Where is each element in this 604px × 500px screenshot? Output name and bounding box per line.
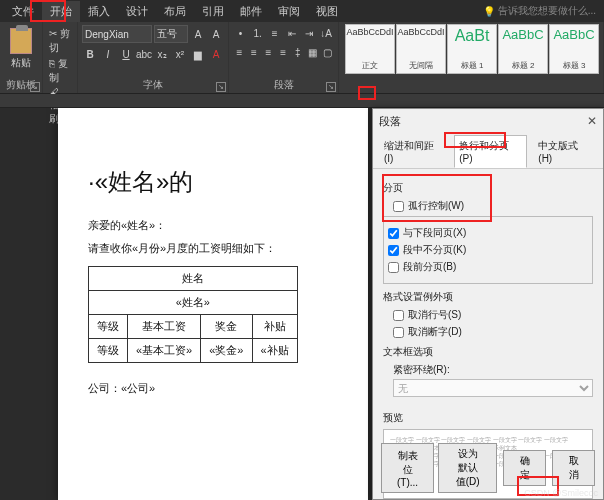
line-spacing-icon[interactable]: ‡ <box>291 44 304 60</box>
doc-title: ·«姓名»的 <box>88 166 338 198</box>
indent-inc-icon[interactable]: ⇥ <box>301 25 316 41</box>
menu-mailings[interactable]: 邮件 <box>232 1 270 22</box>
menu-design[interactable]: 设计 <box>118 1 156 22</box>
doc-line1: 请查收你«月份»月度的工资明细如下： <box>88 241 338 256</box>
table-header-name: 姓名 <box>89 267 298 291</box>
menu-bar: 文件 开始 插入 设计 布局 引用 邮件 审阅 视图 💡告诉我您想要做什么... <box>0 0 604 22</box>
tightwrap-label: 紧密环绕(R): <box>393 363 593 377</box>
font-family-select[interactable] <box>82 25 152 43</box>
val-3: «补贴 <box>252 339 297 363</box>
doc-table: 姓名 «姓名» 等级 基本工资 奖金 补贴 等级 «基本工资» «奖金» «补贴 <box>88 266 298 363</box>
shrink-font-icon[interactable]: A <box>208 26 224 42</box>
ribbon-group-paragraph: • 1. ≡ ⇤ ⇥ ↓A ≡ ≡ ≡ ≡ ‡ ▦ ▢ 段落 ↘ <box>229 22 339 93</box>
set-default-button[interactable]: 设为默认值(D) <box>438 443 497 493</box>
style-h1[interactable]: AaBt标题 1 <box>447 24 497 74</box>
group-label-font: 字体 <box>78 78 228 92</box>
section-format-exc: 格式设置例外项 <box>383 290 593 304</box>
dialog-tabs: 缩进和间距(I) 换行和分页(P) 中文版式(H) <box>373 133 603 169</box>
framed-keep-options: 与下段同页(X) 段中不分页(K) 段前分页(B) <box>383 216 593 284</box>
doc-company: 公司：«公司» <box>88 381 338 396</box>
font-size-select[interactable] <box>154 25 188 43</box>
tightwrap-select[interactable]: 无 <box>393 379 593 397</box>
grow-font-icon[interactable]: A <box>190 26 206 42</box>
menu-view[interactable]: 视图 <box>308 1 346 22</box>
style-h2[interactable]: AaBbC标题 2 <box>498 24 548 74</box>
close-icon[interactable]: ✕ <box>587 114 597 128</box>
cb-keep-with-next[interactable]: 与下段同页(X) <box>388 226 588 240</box>
col-2: 奖金 <box>201 315 252 339</box>
align-justify-icon[interactable]: ≡ <box>277 44 290 60</box>
cb-keep-lines-together[interactable]: 段中不分页(K) <box>388 243 588 257</box>
paste-button[interactable]: 粘贴 <box>4 24 38 74</box>
lightbulb-icon: 💡 <box>483 6 495 17</box>
style-h3[interactable]: AaBbC标题 3 <box>549 24 599 74</box>
scissors-icon: ✂ <box>49 28 57 39</box>
menu-references[interactable]: 引用 <box>194 1 232 22</box>
tab-line-page-breaks[interactable]: 换行和分页(P) <box>454 135 527 168</box>
ribbon-group-font: A A B I U abc x₂ x² ▆ A 字体 ↘ <box>78 22 229 93</box>
menu-review[interactable]: 审阅 <box>270 1 308 22</box>
col-1: 基本工资 <box>128 315 201 339</box>
strike-icon[interactable]: abc <box>136 46 152 62</box>
menu-file[interactable]: 文件 <box>4 1 42 22</box>
ok-button[interactable]: 确定 <box>503 450 546 486</box>
paragraph-dialog: 段落 ✕ 缩进和间距(I) 换行和分页(P) 中文版式(H) 分页 孤行控制(W… <box>372 108 604 500</box>
superscript-icon[interactable]: x² <box>172 46 188 62</box>
bullets-icon[interactable]: • <box>233 25 248 41</box>
subscript-icon[interactable]: x₂ <box>154 46 170 62</box>
style-normal[interactable]: AaBbCcDdI正文 <box>345 24 395 74</box>
ribbon-group-styles: AaBbCcDdI正文 AaBbCcDdI无间隔 AaBt标题 1 AaBbC标… <box>339 22 604 93</box>
tell-me-search[interactable]: 💡告诉我您想要做什么... <box>483 4 604 18</box>
styles-gallery: AaBbCcDdI正文 AaBbCcDdI无间隔 AaBt标题 1 AaBbC标… <box>345 24 599 74</box>
tab-asian[interactable]: 中文版式(H) <box>533 135 597 168</box>
tab-indent-spacing[interactable]: 缩进和间距(I) <box>379 135 448 168</box>
cb-no-hyphen[interactable]: 取消断字(D) <box>393 325 593 339</box>
section-preview: 预览 <box>383 411 593 425</box>
clipboard-icon <box>10 28 32 54</box>
col-3: 补贴 <box>252 315 297 339</box>
copy-icon: ⎘ <box>49 58 55 69</box>
col-0: 等级 <box>89 315 128 339</box>
val-2: «奖金» <box>201 339 252 363</box>
paragraph-dialog-launcher[interactable]: ↘ <box>326 82 336 92</box>
section-pagination: 分页 <box>383 181 593 195</box>
document-page: ·«姓名»的 亲爱的«姓名»： 请查收你«月份»月度的工资明细如下： 姓名 «姓… <box>58 108 368 500</box>
cb-widow-control[interactable]: 孤行控制(W) <box>393 199 593 213</box>
cb-page-break-before[interactable]: 段前分页(B) <box>388 260 588 274</box>
menu-layout[interactable]: 布局 <box>156 1 194 22</box>
align-left-icon[interactable]: ≡ <box>233 44 246 60</box>
italic-icon[interactable]: I <box>100 46 116 62</box>
font-color-icon[interactable]: A <box>208 46 224 62</box>
dialog-button-row: 制表位(T)... 设为默认值(D) 确定 取消 <box>381 443 595 493</box>
highlight-icon[interactable]: ▆ <box>190 46 206 62</box>
sort-icon[interactable]: ↓A <box>318 25 334 41</box>
cut-button[interactable]: ✂ 剪切 <box>47 26 73 56</box>
borders-icon[interactable]: ▢ <box>321 44 334 60</box>
multilevel-icon[interactable]: ≡ <box>267 25 282 41</box>
table-name-val: «姓名» <box>89 291 298 315</box>
shading-icon[interactable]: ▦ <box>306 44 319 60</box>
bold-icon[interactable]: B <box>82 46 98 62</box>
tabs-button[interactable]: 制表位(T)... <box>381 443 434 493</box>
menu-insert[interactable]: 插入 <box>80 1 118 22</box>
indent-dec-icon[interactable]: ⇤ <box>284 25 299 41</box>
menu-home[interactable]: 开始 <box>42 1 80 22</box>
cancel-button[interactable]: 取消 <box>552 450 595 486</box>
dialog-title: 段落 <box>379 114 401 129</box>
align-center-icon[interactable]: ≡ <box>248 44 261 60</box>
font-dialog-launcher[interactable]: ↘ <box>216 82 226 92</box>
cb-no-line-number[interactable]: 取消行号(S) <box>393 308 593 322</box>
clipboard-dialog-launcher[interactable]: ↘ <box>30 82 40 92</box>
ribbon-group-clipboard: 粘贴 剪贴板 ↘ <box>0 22 43 93</box>
val-1: «基本工资» <box>128 339 201 363</box>
val-0: 等级 <box>89 339 128 363</box>
underline-icon[interactable]: U <box>118 46 134 62</box>
align-right-icon[interactable]: ≡ <box>262 44 275 60</box>
numbering-icon[interactable]: 1. <box>250 25 265 41</box>
style-nospace[interactable]: AaBbCcDdI无间隔 <box>396 24 446 74</box>
ribbon-group-clipboard-extra: ✂ 剪切 ⎘ 复制 🖌 格式刷 <box>43 22 78 93</box>
dialog-titlebar: 段落 ✕ <box>373 109 603 133</box>
group-label-paragraph: 段落 <box>229 78 338 92</box>
copy-button[interactable]: ⎘ 复制 <box>47 56 73 86</box>
section-textbox: 文本框选项 <box>383 345 593 359</box>
